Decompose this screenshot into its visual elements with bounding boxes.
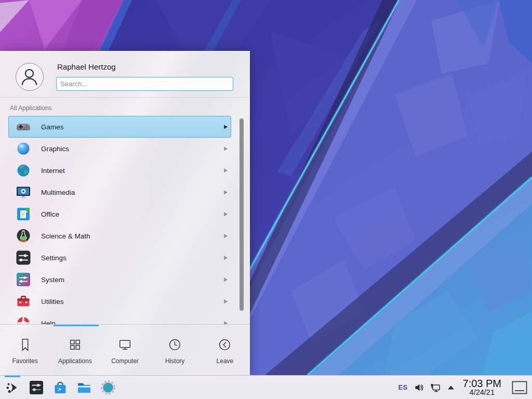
category-label: Science & Math (41, 232, 224, 240)
leave-icon (217, 337, 233, 353)
category-list: Games ▶ Graphics ▶ (0, 116, 250, 324)
web-browser-button[interactable] (98, 376, 118, 399)
clock-date: 4/24/21 (470, 389, 495, 396)
submenu-arrow-icon: ▶ (224, 255, 228, 261)
application-launcher-menu: Raphael Hertzog All Applications Games ▶ (0, 51, 250, 375)
bookmark-icon (17, 337, 33, 353)
list-scrollbar[interactable] (240, 118, 244, 311)
tab-computer[interactable]: Computer (100, 325, 150, 376)
tab-label: Computer (111, 357, 139, 365)
category-label: Help (41, 320, 224, 325)
category-label: Office (41, 210, 224, 218)
digital-clock[interactable]: 7:03 PM 4/24/21 (463, 378, 501, 396)
category-graphics[interactable]: Graphics ▶ (8, 138, 231, 159)
show-desktop-icon (511, 380, 528, 395)
submenu-arrow-icon: ▶ (224, 167, 228, 174)
clock-time: 7:03 PM (463, 378, 501, 389)
gamepad-icon (15, 118, 32, 135)
category-science-math[interactable]: Science & Math ▶ (8, 225, 231, 247)
submenu-arrow-icon: ▶ (224, 189, 228, 195)
volume-icon (414, 382, 424, 393)
graphics-sphere-icon (15, 140, 32, 157)
category-help[interactable]: Help ▶ (8, 312, 231, 324)
grid-icon (67, 337, 83, 353)
tab-favorites[interactable]: Favorites (0, 325, 50, 376)
category-internet[interactable]: Internet ▶ (8, 159, 231, 181)
system-tray: ES (398, 376, 532, 399)
category-label: Graphics (41, 145, 224, 153)
submenu-arrow-icon: ▶ (224, 145, 228, 152)
caret-up-icon (447, 384, 455, 391)
globe-icon (15, 162, 32, 179)
system-settings-icon (28, 379, 45, 396)
system-icon (15, 271, 32, 288)
taskbar-panel: ES (0, 375, 532, 399)
active-app-indicator (5, 376, 20, 377)
tab-label: Leave (217, 357, 234, 365)
discover-button[interactable] (50, 376, 71, 399)
show-desktop-button[interactable] (511, 380, 528, 395)
category-label: Settings (41, 254, 224, 262)
submenu-arrow-icon: ▶ (224, 124, 228, 130)
submenu-arrow-icon: ▶ (224, 233, 228, 239)
category-system[interactable]: System ▶ (8, 269, 231, 290)
desktop: Raphael Hertzog All Applications Games ▶ (0, 0, 532, 399)
keyboard-layout-indicator[interactable]: ES (398, 383, 408, 391)
file-manager-button[interactable] (74, 376, 95, 399)
category-settings[interactable]: Settings ▶ (8, 247, 231, 269)
network-icon (430, 382, 441, 393)
header-separator (0, 97, 250, 98)
app-launcher-button[interactable] (2, 376, 23, 399)
tab-label: Favorites (12, 357, 37, 365)
tray-expander-button[interactable] (447, 384, 455, 391)
kde-launcher-icon (4, 379, 21, 396)
utilities-toolbox-icon (15, 293, 32, 310)
network-button[interactable] (430, 382, 441, 393)
browser-globe-icon (100, 379, 116, 396)
volume-button[interactable] (414, 382, 424, 393)
submenu-arrow-icon: ▶ (224, 298, 228, 304)
category-label: Games (41, 123, 224, 131)
category-label: System (41, 276, 224, 284)
category-label: Internet (41, 167, 224, 175)
category-label: Multimedia (41, 189, 224, 196)
monitor-icon (117, 337, 133, 353)
dolphin-folder-icon (76, 379, 92, 396)
user-icon (16, 63, 43, 90)
footer-separator (0, 324, 250, 325)
multimedia-icon (15, 184, 32, 201)
science-flask-icon (15, 228, 32, 244)
help-buoy-icon (15, 315, 32, 324)
category-office[interactable]: Office ▶ (8, 203, 231, 225)
search-input[interactable] (56, 77, 233, 91)
tab-history[interactable]: History (150, 325, 200, 376)
discover-bag-icon (52, 379, 69, 396)
user-avatar[interactable] (16, 63, 44, 91)
category-utilities[interactable]: Utilities ▶ (8, 290, 231, 312)
taskbar-pinned-apps (0, 376, 118, 399)
tab-label: History (165, 357, 184, 365)
submenu-arrow-icon: ▶ (224, 211, 228, 217)
submenu-arrow-icon: ▶ (224, 276, 228, 283)
tab-label: Applications (58, 357, 92, 365)
tab-applications[interactable]: Applications (50, 325, 100, 376)
tab-leave[interactable]: Leave (200, 325, 250, 376)
clock-icon (167, 337, 183, 353)
settings-sliders-icon (15, 249, 32, 266)
launcher-tab-bar: Favorites Applications Computer (0, 325, 250, 376)
section-label: All Applications (10, 104, 52, 112)
submenu-arrow-icon: ▶ (224, 320, 228, 324)
category-label: Utilities (41, 298, 224, 305)
category-multimedia[interactable]: Multimedia ▶ (8, 181, 231, 203)
office-icon (15, 206, 32, 222)
user-name: Raphael Hertzog (57, 62, 116, 71)
system-settings-button[interactable] (26, 376, 47, 399)
category-games[interactable]: Games ▶ (8, 116, 231, 138)
